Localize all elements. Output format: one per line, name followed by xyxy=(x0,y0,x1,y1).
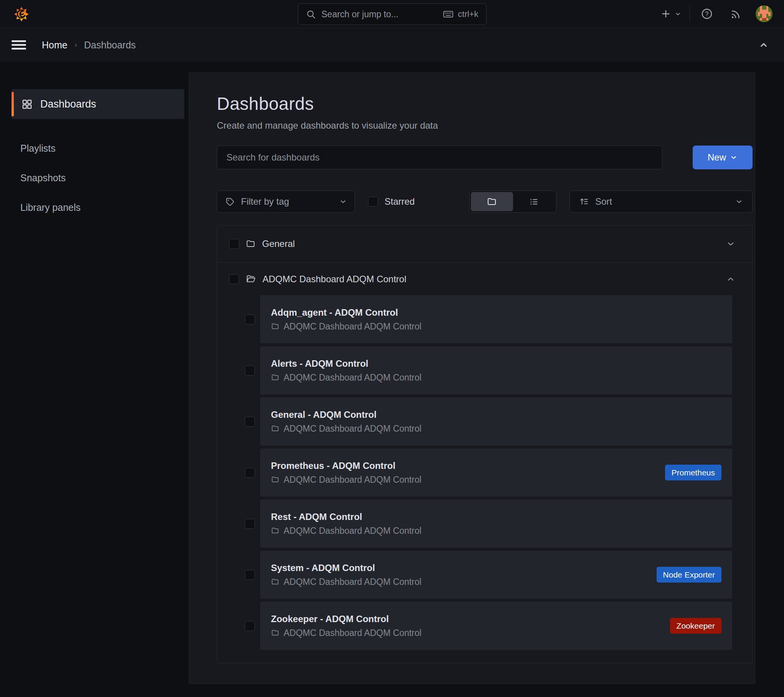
dashboard-row: Adqm_agent - ADQM ControlADQMC Dashboard… xyxy=(217,295,752,343)
new-menu-button[interactable] xyxy=(660,8,681,19)
folder-row[interactable]: ADQMC Dashboard ADQM Control xyxy=(217,263,752,295)
dashboard-card-text: Prometheus - ADQM ControlADQMC Dashboard… xyxy=(271,460,421,485)
starred-filter[interactable]: Starred xyxy=(368,196,415,207)
chevron-down-icon[interactable] xyxy=(726,239,735,248)
starred-checkbox[interactable] xyxy=(368,197,378,207)
dashboard-row: System - ADQM ControlADQMC Dashboard ADQ… xyxy=(217,551,752,599)
chevron-up-icon[interactable] xyxy=(726,275,735,284)
svg-text:?: ? xyxy=(705,10,708,18)
dashboard-folder: ADQMC Dashboard ADQM Control xyxy=(271,526,421,536)
dashboard-list: GeneralADQMC Dashboard ADQM ControlAdqm_… xyxy=(217,225,753,663)
dashboard-card[interactable]: Rest - ADQM ControlADQMC Dashboard ADQM … xyxy=(260,500,732,548)
dashboard-row: Alerts - ADQM ControlADQMC Dashboard ADQ… xyxy=(217,346,752,394)
dashboard-checkbox[interactable] xyxy=(245,519,255,529)
dashboard-folder: ADQMC Dashboard ADQM Control xyxy=(271,424,421,434)
hamburger-icon xyxy=(12,40,26,50)
global-search-bar[interactable]: Search or jump to... ctrl+k xyxy=(298,3,487,25)
dashboard-title[interactable]: General - ADQM Control xyxy=(271,409,421,420)
folder-icon xyxy=(271,578,279,586)
list-view-button[interactable] xyxy=(513,192,555,211)
global-search-placeholder: Search or jump to... xyxy=(322,9,437,20)
dashboard-search-input[interactable] xyxy=(217,146,662,169)
sidebar-item-dashboards[interactable]: Dashboards xyxy=(12,89,184,119)
dashboard-card[interactable]: System - ADQM ControlADQMC Dashboard ADQ… xyxy=(260,551,732,599)
sidebar-item-playlists[interactable]: Playlists xyxy=(12,134,184,163)
folder-name: General xyxy=(262,238,295,249)
dashboard-checkbox[interactable] xyxy=(245,315,255,324)
folder-icon xyxy=(246,239,256,249)
breadcrumb-separator: › xyxy=(75,41,77,48)
user-avatar[interactable] xyxy=(756,5,772,22)
dashboard-card[interactable]: General - ADQM ControlADQMC Dashboard AD… xyxy=(260,397,732,445)
dashboard-row: Rest - ADQM ControlADQMC Dashboard ADQM … xyxy=(217,500,752,548)
plus-icon xyxy=(660,8,671,19)
tag-icon xyxy=(225,197,235,207)
chevron-down-icon xyxy=(675,11,681,17)
folder-open-icon xyxy=(246,274,256,284)
sidebar-sub-items: Playlists Snapshots Library panels xyxy=(0,134,189,222)
dashboard-card-text: Adqm_agent - ADQM ControlADQMC Dashboard… xyxy=(271,307,421,332)
news-button[interactable] xyxy=(730,8,741,20)
dashboard-card-text: General - ADQM ControlADQMC Dashboard AD… xyxy=(271,409,421,434)
sort-dropdown[interactable]: Sort xyxy=(569,190,753,213)
breadcrumb-current: Dashboards xyxy=(84,40,136,51)
chevron-down-icon xyxy=(735,198,743,205)
folder-checkbox[interactable] xyxy=(229,274,239,284)
menu-toggle-button[interactable] xyxy=(12,40,26,50)
folder-icon xyxy=(487,197,497,207)
dashboard-folder: ADQMC Dashboard ADQM Control xyxy=(271,577,421,587)
dashboard-card[interactable]: Zookeeper - ADQM ControlADQMC Dashboard … xyxy=(260,602,732,650)
tag-filter-dropdown[interactable]: Filter by tag xyxy=(217,190,355,213)
dashboard-title[interactable]: Adqm_agent - ADQM Control xyxy=(271,307,421,318)
folder-icon xyxy=(271,373,279,382)
dashboard-checkbox[interactable] xyxy=(245,468,255,478)
folder-checkbox[interactable] xyxy=(229,239,239,249)
active-indicator xyxy=(12,92,14,116)
breadcrumb-home[interactable]: Home xyxy=(42,40,68,51)
page-title: Dashboards xyxy=(217,93,752,114)
dashboard-card[interactable]: Alerts - ADQM ControlADQMC Dashboard ADQ… xyxy=(260,346,732,394)
dashboard-row: General - ADQM ControlADQMC Dashboard AD… xyxy=(217,397,752,445)
dashboard-title[interactable]: Rest - ADQM Control xyxy=(271,512,421,522)
dashboard-title[interactable]: Zookeeper - ADQM Control xyxy=(271,614,421,624)
dashboard-card[interactable]: Prometheus - ADQM ControlADQMC Dashboard… xyxy=(260,449,732,497)
chevron-down-icon xyxy=(339,198,347,205)
dashboard-tag[interactable]: Prometheus xyxy=(665,465,721,480)
dashboard-checkbox[interactable] xyxy=(245,621,255,631)
dashboard-title[interactable]: System - ADQM Control xyxy=(271,563,421,573)
sidebar-item-label: Library panels xyxy=(20,202,81,213)
grafana-logo-icon[interactable] xyxy=(13,5,30,23)
collapse-breadcrumb-button[interactable] xyxy=(758,39,769,51)
dashboard-row: Zookeeper - ADQM ControlADQMC Dashboard … xyxy=(217,602,752,650)
folder-icon xyxy=(271,322,279,331)
dashboard-title[interactable]: Alerts - ADQM Control xyxy=(271,358,421,369)
keyboard-icon xyxy=(442,8,454,20)
search-row: New xyxy=(217,146,753,169)
sidebar-item-library-panels[interactable]: Library panels xyxy=(12,193,184,222)
folder-icon xyxy=(271,629,279,637)
dashboards-grid-icon xyxy=(21,99,33,110)
sidebar: Dashboards Playlists Snapshots Library p… xyxy=(0,61,189,222)
dashboard-row: Prometheus - ADQM ControlADQMC Dashboard… xyxy=(217,449,752,497)
dashboard-tag[interactable]: Zookeeper xyxy=(670,618,721,634)
folder-row[interactable]: General xyxy=(217,225,752,263)
starred-label: Starred xyxy=(385,196,415,207)
folder-view-button[interactable] xyxy=(471,192,513,211)
topbar: Search or jump to... ctrl+k ? xyxy=(0,0,784,28)
dashboard-checkbox[interactable] xyxy=(245,417,255,427)
dashboard-tag[interactable]: Node Exporter xyxy=(657,567,721,583)
dashboard-checkbox[interactable] xyxy=(245,570,255,580)
dashboard-checkbox[interactable] xyxy=(245,366,255,376)
rss-icon xyxy=(730,8,741,20)
list-icon xyxy=(529,197,539,207)
folder-name: ADQMC Dashboard ADQM Control xyxy=(262,274,406,285)
dashboard-card-text: Rest - ADQM ControlADQMC Dashboard ADQM … xyxy=(271,512,421,536)
tag-filter-placeholder: Filter by tag xyxy=(241,196,333,207)
new-button[interactable]: New xyxy=(693,146,753,169)
help-button[interactable]: ? xyxy=(701,8,713,20)
dashboard-folder: ADQMC Dashboard ADQM Control xyxy=(271,321,421,332)
sidebar-item-snapshots[interactable]: Snapshots xyxy=(12,163,184,193)
dashboard-card-text: Zookeeper - ADQM ControlADQMC Dashboard … xyxy=(271,614,421,638)
dashboard-card[interactable]: Adqm_agent - ADQM ControlADQMC Dashboard… xyxy=(260,295,732,343)
dashboard-title[interactable]: Prometheus - ADQM Control xyxy=(271,460,421,471)
